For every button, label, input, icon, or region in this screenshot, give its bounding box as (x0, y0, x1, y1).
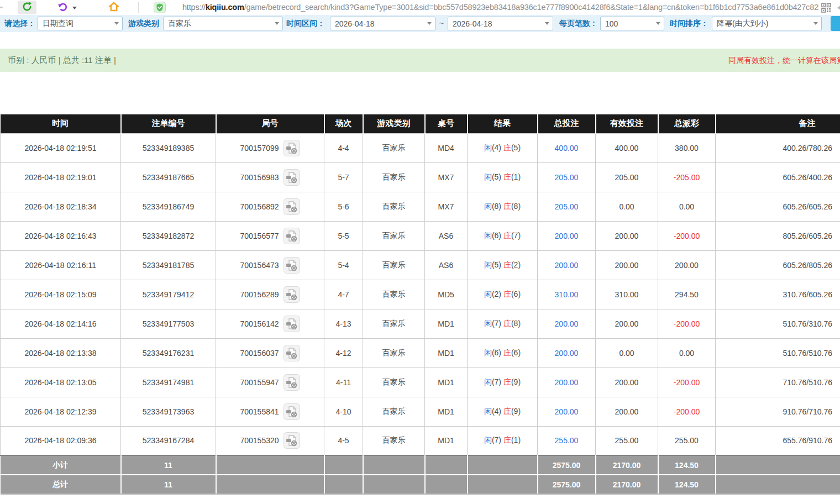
query-type-value: 日期查询 (38, 19, 111, 29)
table-row: 2026-04-18 02:13:05523349174981700155947… (1, 368, 840, 397)
cell-total-bet[interactable]: 255.00 (538, 426, 596, 455)
cell-game: 百家乐 (363, 221, 425, 250)
cell-total-bet[interactable]: 200.00 (538, 338, 596, 368)
query-type-select[interactable]: 日期查询 (38, 17, 123, 30)
video-replay-icon[interactable] (284, 403, 300, 420)
table-row: 2026-04-18 02:18:34523349186749700156892… (1, 192, 840, 221)
cell-remark: 310.76/605.26 (716, 280, 840, 309)
address-url[interactable]: https://kiqiiu.com/game/betrecord_search… (182, 0, 819, 15)
select-type-label: 请选择： (4, 15, 35, 32)
cell-game: 百家乐 (363, 280, 425, 309)
video-replay-icon[interactable] (284, 169, 300, 186)
col-payout-header: 总派彩 (658, 114, 716, 133)
empty-cell (363, 475, 425, 494)
page-size-select[interactable]: 100 (600, 17, 664, 30)
round-number: 700156142 (240, 319, 279, 328)
game-type-select[interactable]: 百家乐 (163, 17, 283, 30)
reload-button[interactable] (18, 1, 36, 14)
page-size-label: 每页笔数 : (559, 15, 595, 32)
subtotal-label: 小计 (1, 455, 121, 475)
home-button[interactable] (106, 1, 122, 14)
table-row: 2026-04-18 02:19:01523349187665700156983… (1, 162, 840, 192)
cell-round: 700157099 (216, 133, 324, 162)
cell-result: 闲(7) 庄(9) (468, 368, 538, 397)
cell-total-bet[interactable]: 200.00 (538, 221, 596, 250)
video-replay-icon[interactable] (284, 374, 300, 391)
col-valid-bet-header: 有效投注 (596, 114, 658, 133)
cell-total-bet[interactable]: 205.00 (538, 192, 596, 221)
cell-total-bet[interactable]: 205.00 (538, 162, 596, 192)
cell-result: 闲(5) 庄(2) (468, 250, 538, 280)
video-replay-icon[interactable] (284, 140, 300, 156)
date-from-select[interactable]: 2026-04-18 (330, 17, 435, 30)
round-number: 700156289 (240, 290, 279, 299)
cell-total-bet[interactable]: 400.00 (538, 133, 596, 162)
table-row: 2026-04-18 02:15:09523349179412700156289… (1, 280, 840, 309)
cell-remark: 510.76/310.76 (716, 309, 840, 338)
cell-time: 2026-04-18 02:15:09 (1, 280, 121, 309)
empty-cell (324, 475, 363, 494)
cell-table: AS6 (425, 250, 468, 280)
table-row: 2026-04-18 02:12:39523349173963700155841… (1, 397, 840, 426)
cell-payout: -200.00 (658, 368, 716, 397)
video-replay-icon[interactable] (284, 228, 300, 244)
subtotal-row: 小计 11 2575.00 2170.00 124.50 (1, 455, 840, 475)
toolbar-divider (138, 2, 139, 13)
chevron-down-icon (542, 22, 553, 25)
video-replay-icon[interactable] (284, 198, 300, 215)
cell-game: 百家乐 (363, 309, 425, 338)
cell-valid-bet: 400.00 (596, 133, 658, 162)
cell-result: 闲(7) 庄(1) (468, 426, 538, 455)
currency-total-text: 币别 : 人民币 | 总共 :11 注单 | (8, 49, 116, 72)
cell-time: 2026-04-18 02:14:16 (1, 309, 121, 338)
bet-table-body: 2026-04-18 02:19:51523349189385700157099… (1, 133, 840, 455)
chevron-down-icon (653, 22, 664, 25)
cell-remark: 510.76/510.76 (716, 338, 840, 368)
video-replay-icon[interactable] (284, 345, 300, 361)
reload-icon (22, 1, 33, 14)
cell-remark: 710.76/510.76 (716, 368, 840, 397)
table-row: 2026-04-18 02:19:51523349189385700157099… (1, 133, 840, 162)
cell-result: 闲(5) 庄(1) (468, 162, 538, 192)
sort-select[interactable]: 降幂(由大到小) (712, 17, 822, 30)
cell-table: MD1 (425, 309, 468, 338)
cell-table: MD1 (425, 397, 468, 426)
cell-payout: 0.00 (658, 192, 716, 221)
undo-button[interactable] (55, 1, 70, 14)
cell-total-bet[interactable]: 200.00 (538, 250, 596, 280)
video-replay-icon[interactable] (284, 316, 300, 332)
cell-valid-bet: 200.00 (596, 250, 658, 280)
cell-table: MD1 (425, 338, 468, 368)
cell-remark: 805.26/605.26 (716, 221, 840, 250)
search-button[interactable]: 查询 (831, 16, 840, 31)
clipped-star-icon[interactable] (837, 5, 840, 11)
cell-session: 5-6 (324, 192, 363, 221)
security-shield-icon[interactable] (154, 2, 166, 13)
col-table-header: 桌号 (425, 114, 468, 133)
cell-bet-id: 523349176231 (121, 338, 216, 368)
cell-total-bet[interactable]: 310.00 (538, 280, 596, 309)
valid-bet-note: 同局有效投注，统一计算在该局第 (728, 49, 840, 72)
undo-dropdown-caret[interactable] (72, 7, 77, 9)
chevron-down-icon (810, 22, 821, 25)
cell-table: MD5 (425, 280, 468, 309)
cell-total-bet[interactable]: 200.00 (538, 368, 596, 397)
video-replay-icon[interactable] (284, 257, 300, 274)
total-count: 11 (121, 475, 216, 494)
empty-cell (216, 475, 324, 494)
cell-game: 百家乐 (363, 338, 425, 368)
qr-code-icon[interactable] (821, 3, 831, 13)
table-header-row: 时间 注单编号 局号 场次 游戏类别 桌号 结果 总投注 有效投注 总派彩 备注 (1, 114, 840, 133)
cell-valid-bet: 310.00 (596, 280, 658, 309)
cell-table: MD1 (425, 368, 468, 397)
cell-total-bet[interactable]: 200.00 (538, 309, 596, 338)
undo-icon (57, 1, 69, 14)
round-number: 700155320 (240, 436, 279, 445)
cell-time: 2026-04-18 02:18:34 (1, 192, 121, 221)
date-to-select[interactable]: 2026-04-18 (448, 17, 553, 30)
video-replay-icon[interactable] (284, 432, 300, 449)
cell-table: MX7 (425, 192, 468, 221)
video-replay-icon[interactable] (284, 286, 300, 303)
cell-result: 闲(7) 庄(8) (468, 309, 538, 338)
cell-total-bet[interactable]: 200.00 (538, 397, 596, 426)
